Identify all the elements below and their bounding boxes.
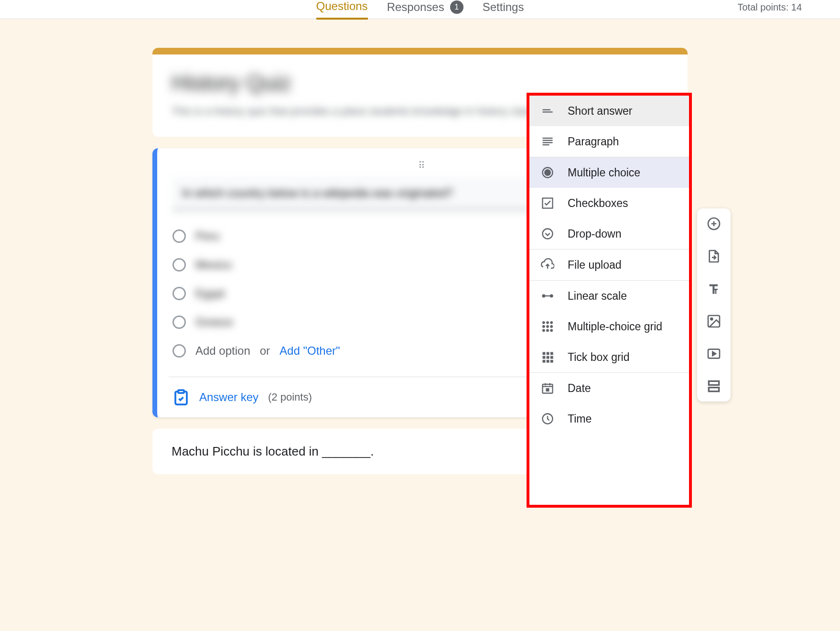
answer-key-button[interactable]: Answer key [199, 391, 258, 404]
menu-item-multiple-choice[interactable]: Multiple choice [529, 157, 689, 188]
svg-point-25 [550, 329, 553, 332]
menu-item-date[interactable]: Date [529, 373, 689, 403]
svg-rect-28 [550, 352, 553, 355]
svg-point-18 [546, 321, 549, 324]
svg-rect-27 [547, 352, 549, 355]
tab-settings[interactable]: Settings [483, 0, 524, 19]
svg-rect-29 [543, 356, 546, 359]
menu-item-linear-scale[interactable]: Linear scale [529, 281, 689, 311]
add-section-icon[interactable] [704, 377, 723, 396]
svg-point-22 [550, 325, 553, 328]
form-canvas: History Quiz This is a history quiz that… [152, 48, 688, 474]
dropdown-icon [541, 227, 554, 240]
svg-point-16 [550, 294, 553, 298]
dot-grid-icon [541, 320, 554, 333]
menu-label: Paragraph [568, 135, 619, 148]
calendar-icon [541, 381, 554, 395]
menu-label: Time [568, 413, 592, 425]
svg-rect-7 [543, 140, 553, 141]
linear-scale-icon [541, 289, 554, 303]
add-option-button[interactable]: Add option [195, 344, 250, 358]
tab-responses-label: Responses [387, 0, 444, 14]
top-bar: Questions Responses 1 Settings Total poi… [0, 0, 840, 19]
svg-rect-8 [543, 142, 553, 143]
points-label: (2 points) [268, 391, 312, 403]
radio-icon [172, 316, 186, 329]
or-label: or [260, 344, 270, 358]
radio-icon [541, 166, 554, 179]
add-title-icon[interactable] [704, 279, 723, 298]
menu-label: Multiple choice [568, 166, 640, 179]
svg-point-20 [542, 325, 545, 328]
menu-item-time[interactable]: Time [529, 403, 689, 434]
radio-icon [172, 344, 186, 358]
upload-icon [541, 258, 554, 272]
menu-label: Multiple-choice grid [568, 320, 662, 333]
import-questions-icon[interactable] [704, 247, 723, 266]
svg-point-13 [543, 229, 553, 239]
tabs: Questions Responses 1 Settings [316, 0, 524, 20]
svg-rect-5 [543, 111, 553, 112]
tab-questions[interactable]: Questions [316, 0, 368, 20]
add-image-icon[interactable] [704, 312, 723, 331]
menu-label: File upload [568, 259, 622, 272]
option-text[interactable]: Peru [195, 229, 220, 243]
menu-item-tick-grid[interactable]: Tick box grid [529, 342, 689, 372]
menu-item-short-answer[interactable]: Short answer [529, 96, 689, 126]
svg-rect-4 [543, 109, 550, 110]
add-other-button[interactable]: Add "Other" [280, 344, 340, 358]
svg-point-21 [546, 325, 549, 328]
svg-point-23 [542, 329, 545, 332]
svg-point-19 [550, 321, 553, 324]
svg-rect-31 [550, 356, 553, 359]
menu-label: Tick box grid [568, 351, 630, 364]
option-text[interactable]: Egypt [195, 287, 225, 300]
svg-rect-32 [543, 360, 546, 363]
square-grid-icon [541, 350, 554, 364]
option-text[interactable]: Mexico [195, 258, 232, 272]
svg-rect-33 [547, 360, 549, 363]
responses-count-badge: 1 [450, 0, 463, 14]
checkbox-icon [541, 196, 554, 210]
menu-label: Linear scale [568, 290, 627, 303]
menu-item-dropdown[interactable]: Drop-down [529, 218, 689, 249]
menu-label: Drop-down [568, 228, 622, 240]
tab-responses[interactable]: Responses 1 [387, 0, 463, 19]
svg-rect-15 [545, 295, 550, 296]
clock-icon [541, 412, 554, 425]
svg-point-17 [542, 321, 545, 324]
svg-rect-6 [543, 138, 553, 139]
svg-rect-9 [543, 144, 549, 145]
svg-rect-43 [709, 388, 719, 392]
question-type-menu: Short answer Paragraph Multiple choice [527, 93, 692, 508]
total-points-label: Total points: 14 [737, 2, 802, 13]
svg-point-40 [711, 318, 712, 320]
menu-item-checkboxes[interactable]: Checkboxes [529, 188, 689, 218]
svg-rect-30 [547, 356, 549, 359]
svg-rect-26 [543, 352, 546, 355]
menu-label: Date [568, 382, 591, 395]
svg-point-24 [546, 329, 549, 332]
radio-icon [172, 258, 186, 272]
answer-key-icon [172, 389, 190, 406]
form-title[interactable]: History Quiz [172, 70, 668, 96]
svg-rect-36 [547, 389, 549, 391]
option-text[interactable]: Greece [195, 316, 233, 329]
svg-rect-42 [709, 381, 719, 385]
radio-icon [172, 287, 186, 300]
menu-label: Short answer [568, 105, 633, 118]
add-video-icon[interactable] [704, 344, 723, 363]
side-toolbar [697, 208, 731, 402]
radio-icon [172, 229, 186, 243]
menu-item-paragraph[interactable]: Paragraph [529, 126, 689, 157]
svg-rect-2 [178, 390, 184, 393]
paragraph-icon [541, 135, 554, 148]
short-answer-icon [541, 104, 554, 118]
menu-item-mc-grid[interactable]: Multiple-choice grid [529, 311, 689, 342]
svg-point-11 [545, 170, 550, 175]
menu-label: Checkboxes [568, 197, 628, 210]
add-question-icon[interactable] [704, 214, 723, 233]
menu-item-file-upload[interactable]: File upload [529, 250, 689, 280]
svg-rect-34 [550, 360, 553, 363]
